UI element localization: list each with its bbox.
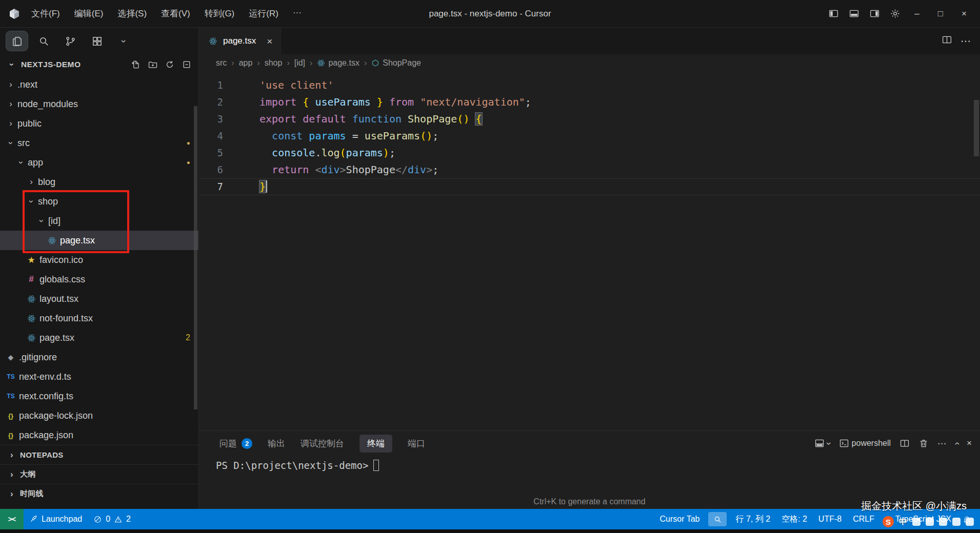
extensions-icon[interactable]	[86, 31, 108, 51]
breadcrumb-item-shoppage[interactable]: ShopPage	[371, 58, 421, 68]
sidebar-section-outline[interactable]: ›大纲	[0, 464, 198, 484]
panel-tab-problems[interactable]: 问题2	[219, 438, 252, 449]
tree-item-next-env-d-ts[interactable]: TSnext-env.d.ts	[0, 367, 198, 386]
tree-item-package-lock-json[interactable]: {}package-lock.json	[0, 406, 198, 425]
problems-status[interactable]: 0 2	[88, 509, 136, 529]
terminal[interactable]: PS D:\project\nextjs-demo>	[199, 456, 980, 471]
tree-item-next-config-ts[interactable]: TSnext.config.ts	[0, 386, 198, 406]
terminal-instance[interactable]: powershell	[839, 438, 891, 448]
code-line-5[interactable]: 5 console.log(params);	[199, 145, 980, 161]
tree-item-globals-css[interactable]: #globals.css	[0, 270, 198, 289]
code-line-6[interactable]: 6 return <div>ShopPage</div>;	[199, 161, 980, 178]
tab-page-tsx[interactable]: page.tsx ×	[199, 28, 281, 54]
close-panel-icon[interactable]: ×	[967, 438, 972, 448]
code-line-1[interactable]: 1'use client'	[199, 77, 980, 94]
ime-keyboard-icon[interactable]	[939, 518, 947, 526]
layout-bottom-icon[interactable]	[844, 4, 864, 24]
breadcrumb-item-app[interactable]: app	[239, 58, 253, 68]
more-actions-icon[interactable]: ⋯	[961, 35, 971, 47]
menu-view[interactable]: 查看(V)	[154, 5, 197, 23]
menu-more[interactable]: ···	[286, 5, 308, 23]
indentation-status[interactable]: 空格: 2	[776, 509, 813, 529]
ime-lang-icon[interactable]: 中	[899, 517, 907, 527]
react-icon	[317, 59, 325, 67]
code-line-3[interactable]: 3export default function ShopPage() {	[199, 111, 980, 128]
breadcrumb-item-src[interactable]: src	[216, 58, 227, 68]
menu-edit[interactable]: 编辑(E)	[68, 5, 110, 23]
split-terminal-icon[interactable]	[899, 438, 910, 448]
line-col-status[interactable]: 行 7, 列 2	[730, 509, 776, 529]
search-icon[interactable]	[33, 31, 54, 51]
eol-status[interactable]: CRLF	[847, 509, 880, 529]
search-status-button[interactable]	[708, 512, 727, 526]
files-icon[interactable]	[6, 31, 28, 51]
more-actions-icon[interactable]: ⋯	[937, 438, 946, 449]
collapse-all-icon[interactable]	[181, 59, 192, 70]
tree-item-node-modules[interactable]: ›node_modules	[0, 94, 198, 114]
tree-item-src[interactable]: ›src●	[0, 133, 198, 153]
tree-item-shop[interactable]: ›shop	[0, 192, 198, 211]
maximize-button[interactable]: □	[929, 3, 952, 25]
gear-icon[interactable]	[885, 4, 905, 24]
panel-tab-debug-console[interactable]: 调试控制台	[301, 438, 344, 449]
breadcrumb-item-shop[interactable]: shop	[265, 58, 283, 68]
editor-scrollbar[interactable]	[974, 100, 979, 156]
breadcrumb-item-id[interactable]: [id]	[294, 58, 305, 68]
breadcrumb-item-page-tsx[interactable]: page.tsx	[317, 58, 359, 68]
code-line-4[interactable]: 4 const params = useParams();	[199, 128, 980, 145]
sidebar-section-timeline[interactable]: ›时间线	[0, 484, 198, 503]
new-file-icon[interactable]	[130, 59, 142, 70]
menu-selection[interactable]: 选择(S)	[111, 5, 153, 23]
tree-item-gitignore[interactable]: ◆.gitignore	[0, 347, 198, 367]
panel-layout-button[interactable]: ›	[814, 438, 830, 449]
ime-sogou-icon[interactable]: S	[883, 516, 894, 527]
line-number: 4	[199, 128, 236, 145]
encoding-status[interactable]: UTF-8	[813, 509, 847, 529]
tree-item-not-found-tsx[interactable]: not-found.tsx	[0, 309, 198, 328]
ime-more-icon[interactable]	[966, 518, 974, 526]
cursor-tab-status[interactable]: Cursor Tab	[654, 509, 705, 529]
panel-tab-ports[interactable]: 端口	[408, 438, 425, 449]
ime-moon-icon[interactable]	[912, 518, 921, 526]
close-tab-icon[interactable]: ×	[267, 36, 272, 46]
menu-file[interactable]: 文件(F)	[25, 5, 67, 23]
layout-left-icon[interactable]	[823, 4, 844, 24]
code-editor[interactable]: 1'use client'2import { useParams } from …	[199, 72, 980, 430]
sidebar-section-notepads[interactable]: ›NOTEPADS	[0, 445, 198, 464]
source-control-icon[interactable]	[59, 31, 81, 51]
menu-run[interactable]: 运行(R)	[242, 5, 285, 23]
code-line-7[interactable]: 7}	[199, 178, 980, 195]
problems-count-badge: 2	[186, 333, 190, 342]
refresh-icon[interactable]	[164, 59, 175, 70]
close-button[interactable]: ×	[952, 3, 976, 25]
panel-tab-terminal[interactable]: 终端	[359, 435, 392, 453]
launchpad-button[interactable]: Launchpad	[24, 509, 88, 529]
tree-item-public[interactable]: ›public	[0, 114, 198, 133]
tree-item-id[interactable]: ›[id]	[0, 211, 198, 231]
split-editor-icon[interactable]	[942, 34, 952, 48]
tree-item-package-json[interactable]: {}package.json	[0, 425, 198, 445]
tree-item-app[interactable]: ›app●	[0, 153, 198, 172]
ime-mic-icon[interactable]	[952, 518, 961, 526]
code-lines: 1'use client'2import { useParams } from …	[199, 77, 980, 195]
panel-tab-output[interactable]: 输出	[268, 438, 285, 449]
minimize-button[interactable]: –	[905, 3, 929, 25]
kill-terminal-icon[interactable]	[918, 438, 929, 448]
tree-item-blog[interactable]: ›blog	[0, 172, 198, 192]
tree-item-layout-tsx[interactable]: layout.tsx	[0, 289, 198, 309]
tree-item-next[interactable]: ›.next	[0, 75, 198, 94]
new-folder-icon[interactable]	[147, 59, 158, 70]
tree-item-favicon-ico[interactable]: ★favicon.ico	[0, 250, 198, 270]
menu-go[interactable]: 转到(G)	[198, 5, 242, 23]
tree-item-page-tsx[interactable]: page.tsx	[0, 231, 198, 250]
layout-right-icon[interactable]	[864, 4, 885, 24]
sidebar-scrollbar[interactable]	[194, 106, 197, 409]
tree-item-page-tsx[interactable]: page.tsx2	[0, 328, 198, 347]
maximize-panel-icon[interactable]: ›	[955, 438, 958, 449]
more-chevron-icon[interactable]: ›	[113, 31, 134, 51]
code-line-2[interactable]: 2import { useParams } from "next/navigat…	[199, 94, 980, 111]
remote-indicator[interactable]: ><	[0, 509, 24, 529]
bottom-panel: 问题2输出调试控制台终端端口 ›powershell⋯›× PS D:\proj…	[199, 430, 980, 509]
ime-smiley-icon[interactable]	[926, 518, 934, 526]
chevron-down-icon[interactable]: ›	[7, 59, 17, 70]
